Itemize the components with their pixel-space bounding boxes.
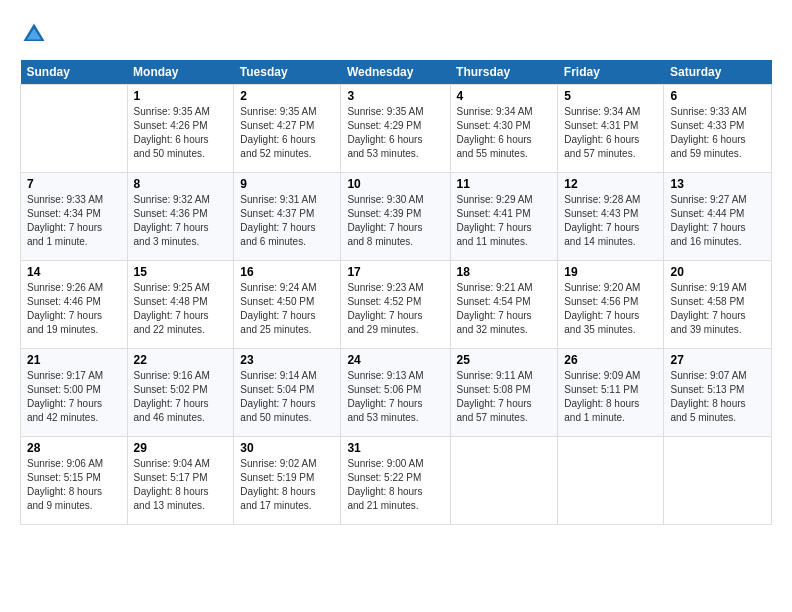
day-info: Sunrise: 9:27 AM Sunset: 4:44 PM Dayligh…	[670, 193, 765, 249]
calendar-cell: 19Sunrise: 9:20 AM Sunset: 4:56 PM Dayli…	[558, 261, 664, 349]
calendar-cell: 24Sunrise: 9:13 AM Sunset: 5:06 PM Dayli…	[341, 349, 450, 437]
day-info: Sunrise: 9:16 AM Sunset: 5:02 PM Dayligh…	[134, 369, 228, 425]
calendar-cell	[21, 85, 128, 173]
day-info: Sunrise: 9:28 AM Sunset: 4:43 PM Dayligh…	[564, 193, 657, 249]
day-number: 14	[27, 265, 121, 279]
logo-icon	[20, 20, 48, 48]
header-row: SundayMondayTuesdayWednesdayThursdayFrid…	[21, 60, 772, 85]
header	[20, 20, 772, 48]
day-number: 18	[457, 265, 552, 279]
day-info: Sunrise: 9:29 AM Sunset: 4:41 PM Dayligh…	[457, 193, 552, 249]
calendar-cell: 4Sunrise: 9:34 AM Sunset: 4:30 PM Daylig…	[450, 85, 558, 173]
day-number: 22	[134, 353, 228, 367]
week-row-0: 1Sunrise: 9:35 AM Sunset: 4:26 PM Daylig…	[21, 85, 772, 173]
calendar-body: 1Sunrise: 9:35 AM Sunset: 4:26 PM Daylig…	[21, 85, 772, 525]
calendar-cell: 17Sunrise: 9:23 AM Sunset: 4:52 PM Dayli…	[341, 261, 450, 349]
day-number: 17	[347, 265, 443, 279]
calendar-cell: 26Sunrise: 9:09 AM Sunset: 5:11 PM Dayli…	[558, 349, 664, 437]
calendar-cell: 29Sunrise: 9:04 AM Sunset: 5:17 PM Dayli…	[127, 437, 234, 525]
day-number: 2	[240, 89, 334, 103]
header-day-saturday: Saturday	[664, 60, 772, 85]
page: SundayMondayTuesdayWednesdayThursdayFrid…	[0, 0, 792, 545]
day-info: Sunrise: 9:30 AM Sunset: 4:39 PM Dayligh…	[347, 193, 443, 249]
calendar-cell: 12Sunrise: 9:28 AM Sunset: 4:43 PM Dayli…	[558, 173, 664, 261]
header-day-tuesday: Tuesday	[234, 60, 341, 85]
calendar-cell: 23Sunrise: 9:14 AM Sunset: 5:04 PM Dayli…	[234, 349, 341, 437]
calendar-cell: 6Sunrise: 9:33 AM Sunset: 4:33 PM Daylig…	[664, 85, 772, 173]
calendar-cell: 2Sunrise: 9:35 AM Sunset: 4:27 PM Daylig…	[234, 85, 341, 173]
day-info: Sunrise: 9:13 AM Sunset: 5:06 PM Dayligh…	[347, 369, 443, 425]
day-number: 28	[27, 441, 121, 455]
day-info: Sunrise: 9:21 AM Sunset: 4:54 PM Dayligh…	[457, 281, 552, 337]
calendar-cell: 18Sunrise: 9:21 AM Sunset: 4:54 PM Dayli…	[450, 261, 558, 349]
day-info: Sunrise: 9:09 AM Sunset: 5:11 PM Dayligh…	[564, 369, 657, 425]
day-info: Sunrise: 9:35 AM Sunset: 4:29 PM Dayligh…	[347, 105, 443, 161]
day-number: 31	[347, 441, 443, 455]
calendar-cell: 15Sunrise: 9:25 AM Sunset: 4:48 PM Dayli…	[127, 261, 234, 349]
day-info: Sunrise: 9:04 AM Sunset: 5:17 PM Dayligh…	[134, 457, 228, 513]
day-info: Sunrise: 9:34 AM Sunset: 4:30 PM Dayligh…	[457, 105, 552, 161]
week-row-1: 7Sunrise: 9:33 AM Sunset: 4:34 PM Daylig…	[21, 173, 772, 261]
day-number: 20	[670, 265, 765, 279]
day-info: Sunrise: 9:11 AM Sunset: 5:08 PM Dayligh…	[457, 369, 552, 425]
day-number: 5	[564, 89, 657, 103]
calendar-cell: 8Sunrise: 9:32 AM Sunset: 4:36 PM Daylig…	[127, 173, 234, 261]
logo	[20, 20, 52, 48]
day-number: 19	[564, 265, 657, 279]
day-info: Sunrise: 9:35 AM Sunset: 4:26 PM Dayligh…	[134, 105, 228, 161]
day-number: 30	[240, 441, 334, 455]
day-number: 4	[457, 89, 552, 103]
calendar-cell: 25Sunrise: 9:11 AM Sunset: 5:08 PM Dayli…	[450, 349, 558, 437]
calendar-header: SundayMondayTuesdayWednesdayThursdayFrid…	[21, 60, 772, 85]
week-row-4: 28Sunrise: 9:06 AM Sunset: 5:15 PM Dayli…	[21, 437, 772, 525]
header-day-thursday: Thursday	[450, 60, 558, 85]
day-info: Sunrise: 9:07 AM Sunset: 5:13 PM Dayligh…	[670, 369, 765, 425]
calendar-cell: 27Sunrise: 9:07 AM Sunset: 5:13 PM Dayli…	[664, 349, 772, 437]
header-day-friday: Friday	[558, 60, 664, 85]
day-number: 16	[240, 265, 334, 279]
day-number: 15	[134, 265, 228, 279]
day-number: 23	[240, 353, 334, 367]
calendar-cell: 13Sunrise: 9:27 AM Sunset: 4:44 PM Dayli…	[664, 173, 772, 261]
day-info: Sunrise: 9:25 AM Sunset: 4:48 PM Dayligh…	[134, 281, 228, 337]
day-number: 29	[134, 441, 228, 455]
day-number: 1	[134, 89, 228, 103]
calendar-cell: 14Sunrise: 9:26 AM Sunset: 4:46 PM Dayli…	[21, 261, 128, 349]
day-number: 10	[347, 177, 443, 191]
calendar-cell: 20Sunrise: 9:19 AM Sunset: 4:58 PM Dayli…	[664, 261, 772, 349]
calendar-cell: 11Sunrise: 9:29 AM Sunset: 4:41 PM Dayli…	[450, 173, 558, 261]
calendar-cell: 31Sunrise: 9:00 AM Sunset: 5:22 PM Dayli…	[341, 437, 450, 525]
day-number: 11	[457, 177, 552, 191]
day-info: Sunrise: 9:32 AM Sunset: 4:36 PM Dayligh…	[134, 193, 228, 249]
day-info: Sunrise: 9:33 AM Sunset: 4:34 PM Dayligh…	[27, 193, 121, 249]
calendar-cell: 7Sunrise: 9:33 AM Sunset: 4:34 PM Daylig…	[21, 173, 128, 261]
day-info: Sunrise: 9:06 AM Sunset: 5:15 PM Dayligh…	[27, 457, 121, 513]
day-number: 24	[347, 353, 443, 367]
day-info: Sunrise: 9:00 AM Sunset: 5:22 PM Dayligh…	[347, 457, 443, 513]
calendar-cell: 9Sunrise: 9:31 AM Sunset: 4:37 PM Daylig…	[234, 173, 341, 261]
day-info: Sunrise: 9:33 AM Sunset: 4:33 PM Dayligh…	[670, 105, 765, 161]
header-day-sunday: Sunday	[21, 60, 128, 85]
calendar-cell: 21Sunrise: 9:17 AM Sunset: 5:00 PM Dayli…	[21, 349, 128, 437]
calendar-cell: 28Sunrise: 9:06 AM Sunset: 5:15 PM Dayli…	[21, 437, 128, 525]
calendar-cell: 10Sunrise: 9:30 AM Sunset: 4:39 PM Dayli…	[341, 173, 450, 261]
day-info: Sunrise: 9:14 AM Sunset: 5:04 PM Dayligh…	[240, 369, 334, 425]
day-number: 8	[134, 177, 228, 191]
day-info: Sunrise: 9:19 AM Sunset: 4:58 PM Dayligh…	[670, 281, 765, 337]
calendar-cell: 1Sunrise: 9:35 AM Sunset: 4:26 PM Daylig…	[127, 85, 234, 173]
header-day-wednesday: Wednesday	[341, 60, 450, 85]
calendar-cell: 5Sunrise: 9:34 AM Sunset: 4:31 PM Daylig…	[558, 85, 664, 173]
calendar-cell: 30Sunrise: 9:02 AM Sunset: 5:19 PM Dayli…	[234, 437, 341, 525]
day-info: Sunrise: 9:23 AM Sunset: 4:52 PM Dayligh…	[347, 281, 443, 337]
day-info: Sunrise: 9:17 AM Sunset: 5:00 PM Dayligh…	[27, 369, 121, 425]
header-day-monday: Monday	[127, 60, 234, 85]
day-number: 13	[670, 177, 765, 191]
day-info: Sunrise: 9:35 AM Sunset: 4:27 PM Dayligh…	[240, 105, 334, 161]
day-number: 25	[457, 353, 552, 367]
day-number: 3	[347, 89, 443, 103]
day-info: Sunrise: 9:31 AM Sunset: 4:37 PM Dayligh…	[240, 193, 334, 249]
calendar-cell	[664, 437, 772, 525]
calendar-cell	[558, 437, 664, 525]
day-number: 6	[670, 89, 765, 103]
calendar-cell: 3Sunrise: 9:35 AM Sunset: 4:29 PM Daylig…	[341, 85, 450, 173]
